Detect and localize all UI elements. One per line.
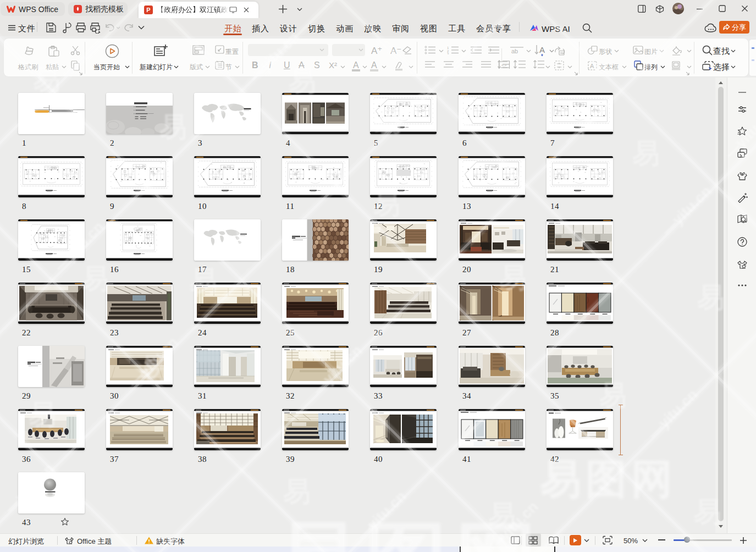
svg-text:ab: ab: [511, 48, 518, 54]
svg-text:3: 3: [447, 52, 449, 54]
svg-text:A: A: [590, 63, 594, 69]
svg-text:A: A: [539, 45, 545, 54]
